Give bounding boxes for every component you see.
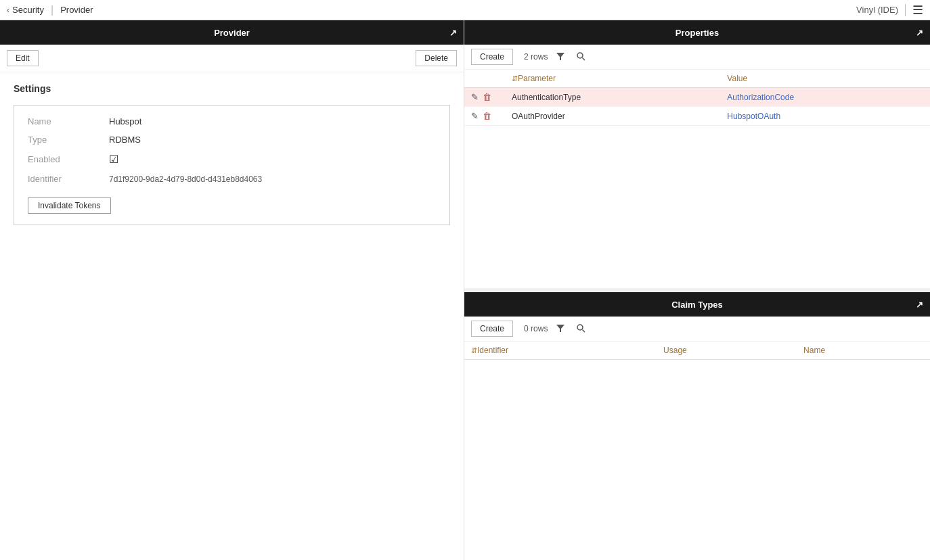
svg-line-2 [583, 57, 585, 60]
type-label: Type [28, 135, 109, 145]
properties-panel-header: Properties ↗ [464, 20, 930, 45]
current-page-label: Provider [60, 5, 93, 15]
properties-panel: Properties ↗ Create 2 rows [464, 20, 930, 292]
properties-create-button[interactable]: Create [471, 49, 513, 65]
claim-types-identifier-header: ⇵ Identifier [464, 342, 657, 360]
provider-toolbar: Edit Delete [0, 45, 464, 72]
right-panel: Properties ↗ Create 2 rows [464, 20, 930, 560]
name-label: Name [28, 116, 109, 126]
properties-table-container: ⇵ Parameter Value ✎ 🗑 Authenticati [464, 70, 930, 288]
app-name: Vinyl (IDE) [856, 5, 898, 15]
properties-row: ✎ 🗑 OAuthProvider HubspotOAuth [464, 107, 930, 126]
name-row: Name Hubspot [28, 116, 436, 126]
sort-icon: ⇵ [512, 74, 518, 83]
provider-expand-icon[interactable]: ↗ [449, 28, 457, 38]
delete-icon[interactable]: 🗑 [483, 111, 491, 121]
properties-row-count: 2 rows [524, 52, 548, 62]
claim-types-panel-header: Claim Types ↗ [464, 292, 930, 317]
identifier-label: Identifier [28, 174, 109, 184]
provider-panel: Provider ↗ Edit Delete Settings Name Hub… [0, 20, 464, 560]
claim-types-filter-icon[interactable] [553, 322, 568, 336]
nav-separator: | [51, 4, 53, 16]
claim-types-name-header: Name [797, 342, 930, 360]
claim-types-table: ⇵ Identifier Usage Name [464, 342, 930, 360]
type-row: Type RDBMS [28, 135, 436, 145]
claim-types-panel-title: Claim Types [671, 300, 723, 310]
properties-parameter-header: ⇵ Parameter [505, 70, 720, 88]
sort-icon-claim: ⇵ [471, 346, 477, 355]
back-text: Security [12, 5, 44, 15]
properties-expand-icon[interactable]: ↗ [916, 28, 923, 38]
properties-row-actions: ✎ 🗑 [464, 88, 505, 107]
properties-toolbar: Create 2 rows [464, 45, 930, 70]
claim-types-expand-icon[interactable]: ↗ [916, 300, 923, 310]
enabled-checkbox: ☑ [109, 153, 118, 166]
properties-action-col-header [464, 70, 505, 88]
properties-filter-icon[interactable] [553, 50, 568, 64]
settings-section: Settings Name Hubspot Type RDBMS Enabled… [0, 72, 464, 247]
claim-types-create-button[interactable]: Create [471, 321, 513, 337]
claim-types-toolbar: Create 0 rows [464, 317, 930, 342]
main-layout: Provider ↗ Edit Delete Settings Name Hub… [0, 20, 930, 560]
identifier-row: Identifier 7d1f9200-9da2-4d79-8d0d-d431e… [28, 174, 436, 184]
settings-box: Name Hubspot Type RDBMS Enabled ☑ Identi… [14, 105, 450, 225]
properties-value-cell: HubspotOAuth [720, 107, 930, 126]
invalidate-row: Invalidate Tokens [28, 192, 436, 214]
provider-panel-title: Provider [214, 28, 250, 38]
provider-panel-header: Provider ↗ [0, 20, 464, 45]
name-value: Hubspot [109, 116, 141, 126]
properties-value-cell: AuthorizationCode [720, 88, 930, 107]
menu-icon[interactable]: ☰ [912, 3, 923, 18]
claim-types-panel: Claim Types ↗ Create 0 rows [464, 292, 930, 560]
chevron-left-icon: ‹ [7, 5, 9, 15]
delete-icon[interactable]: 🗑 [483, 92, 491, 102]
properties-parameter-cell: AuthenticationType [505, 88, 720, 107]
properties-table: ⇵ Parameter Value ✎ 🗑 Authenticati [464, 70, 930, 126]
svg-marker-3 [556, 325, 564, 332]
settings-title: Settings [14, 83, 450, 94]
edit-icon[interactable]: ✎ [471, 111, 479, 121]
properties-parameter-cell: OAuthProvider [505, 107, 720, 126]
edit-button[interactable]: Edit [7, 50, 39, 66]
type-value: RDBMS [109, 135, 141, 145]
nav-right: Vinyl (IDE) ☰ [856, 3, 923, 18]
top-nav: ‹ Security | Provider Vinyl (IDE) ☰ [0, 0, 930, 20]
identifier-value: 7d1f9200-9da2-4d79-8d0d-d431eb8d4063 [109, 174, 262, 184]
back-link[interactable]: ‹ Security [7, 5, 44, 15]
properties-value-header: Value [720, 70, 930, 88]
enabled-label: Enabled [28, 154, 109, 164]
delete-button[interactable]: Delete [416, 50, 457, 66]
svg-point-4 [577, 325, 583, 330]
enabled-row: Enabled ☑ [28, 153, 436, 166]
claim-types-table-container: ⇵ Identifier Usage Name [464, 342, 930, 560]
properties-search-icon[interactable] [573, 50, 588, 64]
claim-types-row-count: 0 rows [524, 324, 548, 333]
svg-marker-0 [556, 53, 564, 60]
svg-point-1 [577, 53, 583, 58]
svg-line-5 [583, 329, 585, 332]
properties-panel-title: Properties [676, 28, 719, 38]
claim-types-usage-header: Usage [657, 342, 797, 360]
properties-row-actions: ✎ 🗑 [464, 107, 505, 126]
edit-icon[interactable]: ✎ [471, 92, 479, 102]
claim-types-search-icon[interactable] [573, 322, 588, 336]
properties-row: ✎ 🗑 AuthenticationType AuthorizationCode [464, 88, 930, 107]
invalidate-tokens-button[interactable]: Invalidate Tokens [28, 197, 111, 214]
nav-divider [905, 4, 906, 16]
